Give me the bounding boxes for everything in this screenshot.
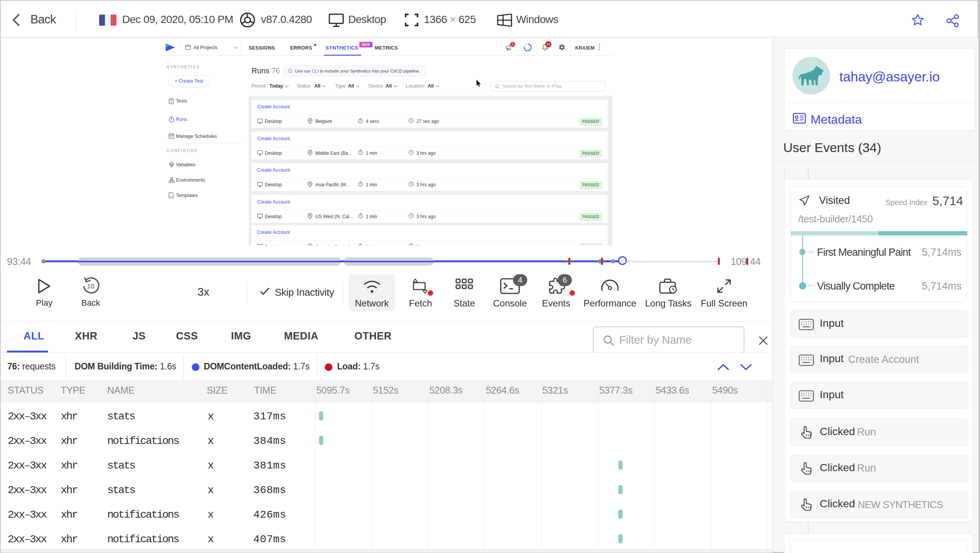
svg-text:10: 10 xyxy=(87,283,95,290)
